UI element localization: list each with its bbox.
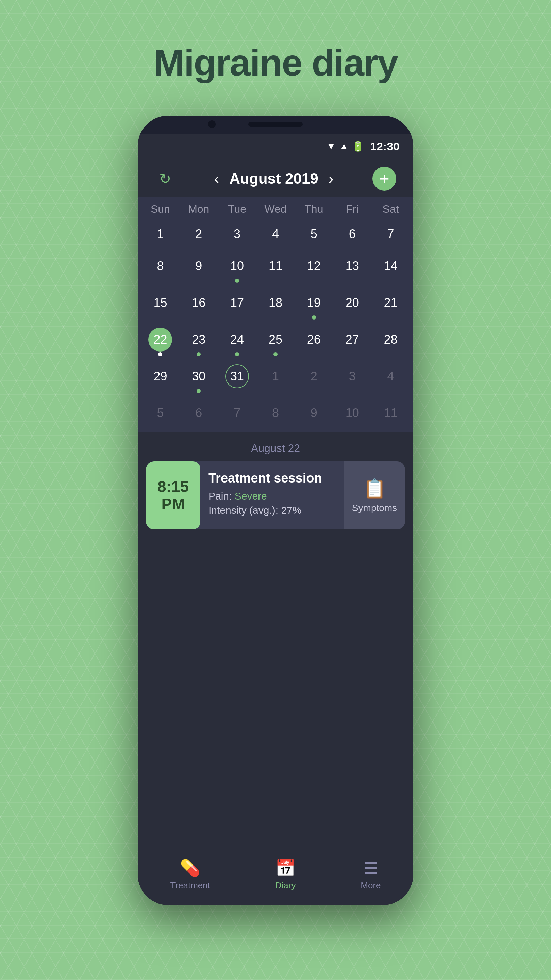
prev-month-button[interactable]: ‹	[214, 170, 219, 187]
day-sun: Sun	[141, 203, 179, 215]
cal-cell-4-0[interactable]: 29	[141, 361, 179, 396]
cal-cell-4-3[interactable]: 1	[256, 361, 295, 396]
cal-cell-2-1[interactable]: 16	[179, 288, 218, 323]
cal-date-num: 1	[264, 364, 287, 388]
month-navigation: ‹ August 2019 ›	[214, 170, 333, 187]
cal-cell-3-5[interactable]: 27	[333, 324, 372, 360]
cal-date-num: 30	[187, 364, 211, 388]
add-entry-button[interactable]: +	[372, 167, 396, 191]
cal-cell-5-6[interactable]: 11	[372, 398, 410, 428]
cal-dot	[273, 352, 278, 356]
cal-cell-5-4[interactable]: 9	[295, 398, 333, 428]
cal-cell-0-3[interactable]: 4	[256, 219, 295, 250]
intensity-value: 27%	[281, 504, 301, 516]
cal-date-num: 17	[225, 291, 249, 315]
cal-cell-1-5[interactable]: 13	[333, 251, 372, 286]
status-bar: ▼ ▲ 🔋 12:30	[138, 133, 413, 160]
nav-diary[interactable]: 📅 Diary	[275, 859, 296, 891]
cal-date-num: 4	[379, 364, 403, 388]
cal-date-num: 4	[264, 222, 287, 246]
cal-cell-0-2[interactable]: 3	[218, 219, 256, 250]
phone-shell: ▼ ▲ 🔋 12:30 ↻ ‹ August 2019 › + Sun Mon …	[138, 116, 413, 905]
cal-date-num: 3	[340, 364, 364, 388]
session-card[interactable]: 8:15PM Treatment session Pain: Severe In…	[146, 461, 405, 530]
cal-date-num: 27	[340, 328, 364, 352]
cal-date-num: 15	[148, 291, 172, 315]
cal-cell-0-0[interactable]: 1	[141, 219, 179, 250]
cal-cell-3-0[interactable]: 22	[141, 324, 179, 360]
day-sat: Sat	[372, 203, 410, 215]
cal-cell-0-5[interactable]: 6	[333, 219, 372, 250]
battery-icon: 🔋	[352, 141, 364, 152]
cal-dot	[197, 352, 201, 356]
cal-cell-3-3[interactable]: 25	[256, 324, 295, 360]
selected-date-label: August 22	[138, 432, 413, 461]
cal-date-num: 31	[225, 364, 249, 388]
cal-cell-4-2[interactable]: 31	[218, 361, 256, 396]
session-info: Treatment session Pain: Severe Intensity…	[200, 461, 344, 530]
cal-cell-4-4[interactable]: 2	[295, 361, 333, 396]
cal-cell-1-1[interactable]: 9	[179, 251, 218, 286]
diary-icon: 📅	[275, 859, 295, 878]
cal-date-num: 5	[148, 401, 172, 425]
cal-date-num: 6	[187, 401, 211, 425]
session-intensity: Intensity (avg.): 27%	[208, 504, 336, 516]
cal-cell-5-5[interactable]: 10	[333, 398, 372, 428]
symptoms-label: Symptoms	[352, 503, 397, 514]
cal-date-num: 11	[379, 401, 403, 425]
cal-cell-4-1[interactable]: 30	[179, 361, 218, 396]
cal-cell-5-1[interactable]: 6	[179, 398, 218, 428]
cal-date-num: 14	[379, 254, 403, 278]
cal-cell-5-0[interactable]: 5	[141, 398, 179, 428]
pain-label: Pain:	[208, 490, 232, 501]
cal-cell-2-6[interactable]: 21	[372, 288, 410, 323]
phone-camera	[208, 121, 216, 128]
cal-cell-1-4[interactable]: 12	[295, 251, 333, 286]
cal-date-num: 5	[302, 222, 326, 246]
cal-cell-4-5[interactable]: 3	[333, 361, 372, 396]
refresh-button[interactable]: ↻	[155, 169, 175, 189]
day-wed: Wed	[256, 203, 295, 215]
status-time: 12:30	[370, 140, 400, 153]
nav-more[interactable]: ☰ More	[360, 859, 381, 891]
cal-cell-3-1[interactable]: 23	[179, 324, 218, 360]
cal-date-num: 29	[148, 364, 172, 388]
cal-cell-5-2[interactable]: 7	[218, 398, 256, 428]
cal-date-num: 6	[340, 222, 364, 246]
cal-cell-2-5[interactable]: 20	[333, 288, 372, 323]
cal-cell-3-4[interactable]: 26	[295, 324, 333, 360]
nav-treatment[interactable]: 💊 Treatment	[170, 859, 210, 891]
session-title: Treatment session	[208, 471, 336, 485]
cal-date-num: 24	[225, 328, 249, 352]
cal-date-num: 22	[148, 328, 172, 352]
cal-date-num: 12	[302, 254, 326, 278]
cal-date-num: 8	[148, 254, 172, 278]
intensity-label: Intensity (avg.):	[208, 504, 278, 516]
day-mon: Mon	[179, 203, 218, 215]
cal-cell-2-2[interactable]: 17	[218, 288, 256, 323]
treatment-icon: 💊	[180, 859, 200, 878]
session-area: 8:15PM Treatment session Pain: Severe In…	[138, 461, 413, 530]
wifi-icon: ▼	[327, 141, 336, 152]
cal-cell-2-4[interactable]: 19	[295, 288, 333, 323]
cal-cell-0-6[interactable]: 7	[372, 219, 410, 250]
cal-cell-1-0[interactable]: 8	[141, 251, 179, 286]
day-fri: Fri	[333, 203, 372, 215]
cal-date-num: 26	[302, 328, 326, 352]
cal-date-num: 7	[379, 222, 403, 246]
cal-cell-1-6[interactable]: 14	[372, 251, 410, 286]
cal-date-num: 16	[187, 291, 211, 315]
cal-cell-2-0[interactable]: 15	[141, 288, 179, 323]
cal-cell-4-6[interactable]: 4	[372, 361, 410, 396]
next-month-button[interactable]: ›	[329, 170, 333, 187]
cal-cell-1-3[interactable]: 11	[256, 251, 295, 286]
cal-cell-3-2[interactable]: 24	[218, 324, 256, 360]
day-tue: Tue	[218, 203, 256, 215]
symptoms-button[interactable]: 📋 Symptoms	[344, 461, 405, 530]
cal-cell-5-3[interactable]: 8	[256, 398, 295, 428]
cal-cell-0-4[interactable]: 5	[295, 219, 333, 250]
cal-cell-2-3[interactable]: 18	[256, 288, 295, 323]
cal-cell-0-1[interactable]: 2	[179, 219, 218, 250]
cal-cell-1-2[interactable]: 10	[218, 251, 256, 286]
cal-cell-3-6[interactable]: 28	[372, 324, 410, 360]
